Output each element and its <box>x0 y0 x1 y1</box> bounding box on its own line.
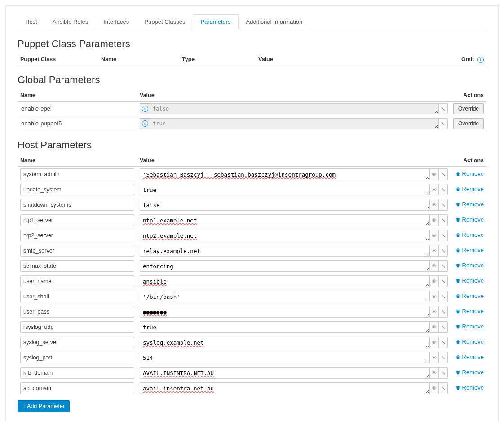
remove-button[interactable]: Remove <box>455 262 484 269</box>
eye-icon[interactable] <box>430 260 439 272</box>
tab-ansible-roles[interactable]: Ansible Roles <box>45 14 96 29</box>
remove-button[interactable]: Remove <box>455 247 484 253</box>
param-value-input[interactable]: ntp2.example.net <box>140 230 430 241</box>
expand-icon[interactable] <box>439 291 448 302</box>
global-param-row: enable-epel i false Override <box>18 101 486 116</box>
info-icon[interactable]: i <box>477 57 484 63</box>
remove-button[interactable]: Remove <box>455 384 484 391</box>
param-name-input[interactable] <box>20 168 134 180</box>
host-param-row: '/bin/bash' Remove <box>18 289 486 304</box>
eye-icon[interactable] <box>430 214 439 226</box>
gp-col-actions: Actions <box>451 89 486 102</box>
expand-icon[interactable] <box>439 306 448 318</box>
expand-icon[interactable] <box>439 103 448 114</box>
host-param-row: avail.insentra.net.au Remove <box>18 381 486 396</box>
eye-icon[interactable] <box>430 352 439 363</box>
remove-button[interactable]: Remove <box>455 369 484 376</box>
host-param-row: false Remove <box>18 197 486 213</box>
info-icon[interactable]: i <box>140 118 150 129</box>
expand-icon[interactable] <box>439 118 448 129</box>
col-omit-label: Omit <box>461 56 474 62</box>
param-value-input[interactable]: ●●●●●●● <box>140 306 430 318</box>
param-value-input[interactable]: ansible <box>140 275 430 287</box>
eye-icon[interactable] <box>430 337 439 348</box>
expand-icon[interactable] <box>439 214 448 226</box>
override-button[interactable]: Override <box>453 103 484 114</box>
param-name-input[interactable] <box>20 260 134 272</box>
param-name-input[interactable] <box>20 382 134 394</box>
expand-icon[interactable] <box>439 230 448 241</box>
param-name-input[interactable] <box>20 275 134 287</box>
tab-additional-information[interactable]: Additional Information <box>239 14 310 29</box>
param-name-input[interactable] <box>20 306 134 318</box>
remove-button[interactable]: Remove <box>455 170 484 177</box>
param-value-input[interactable]: enforcing <box>140 260 430 272</box>
param-name-input[interactable] <box>20 199 134 211</box>
remove-button[interactable]: Remove <box>455 201 484 208</box>
eye-icon[interactable] <box>430 321 439 333</box>
param-value-input[interactable]: AVAIL.INSENTRA.NET.AU <box>140 367 430 379</box>
param-value-input[interactable]: syslog.example.net <box>140 337 430 348</box>
tab-parameters[interactable]: Parameters <box>193 14 238 29</box>
param-value-input[interactable]: relay.example.net <box>140 245 430 257</box>
param-name-input[interactable] <box>20 352 134 363</box>
remove-button[interactable]: Remove <box>455 308 484 315</box>
eye-icon[interactable] <box>430 291 439 302</box>
expand-icon[interactable] <box>439 184 448 195</box>
expand-icon[interactable] <box>439 337 448 348</box>
param-value-input[interactable]: false <box>140 199 430 211</box>
param-name-input[interactable] <box>20 291 134 302</box>
param-value-input[interactable]: true <box>140 321 430 333</box>
col-value: Value <box>256 53 455 66</box>
eye-icon[interactable] <box>430 382 439 394</box>
eye-icon[interactable] <box>430 230 439 241</box>
param-value-input[interactable]: avail.insentra.net.au <box>140 382 430 394</box>
col-puppet-class: Puppet Class <box>18 53 98 66</box>
remove-button[interactable]: Remove <box>455 231 484 238</box>
eye-icon[interactable] <box>430 245 439 257</box>
remove-button[interactable]: Remove <box>455 323 484 330</box>
tab-puppet-classes[interactable]: Puppet Classes <box>137 14 193 29</box>
tab-host[interactable]: Host <box>18 14 45 29</box>
param-name-input[interactable] <box>20 230 134 241</box>
remove-button[interactable]: Remove <box>455 338 484 345</box>
param-name-input[interactable] <box>20 337 134 348</box>
remove-button[interactable]: Remove <box>455 186 484 192</box>
expand-icon[interactable] <box>439 382 448 394</box>
eye-icon[interactable] <box>430 275 439 287</box>
expand-icon[interactable] <box>439 260 448 272</box>
expand-icon[interactable] <box>439 199 448 211</box>
expand-icon[interactable] <box>439 168 448 180</box>
info-icon[interactable]: i <box>140 103 150 114</box>
host-param-row: syslog.example.net Remove <box>18 335 486 350</box>
param-value-input[interactable]: '/bin/bash' <box>140 291 430 302</box>
host-params-heading: Host Parameters <box>18 139 486 151</box>
expand-icon[interactable] <box>439 275 448 287</box>
expand-icon[interactable] <box>439 245 448 257</box>
param-value-input[interactable]: true <box>140 184 430 195</box>
tab-interfaces[interactable]: Interfaces <box>96 14 137 29</box>
host-param-row: true Remove <box>18 182 486 197</box>
param-name-input[interactable] <box>20 245 134 257</box>
param-name-input[interactable] <box>20 184 134 195</box>
add-parameter-button[interactable]: + Add Parameter <box>18 400 70 412</box>
override-button[interactable]: Override <box>453 118 484 129</box>
param-name-input[interactable] <box>20 214 134 226</box>
eye-icon[interactable] <box>430 184 439 195</box>
param-value-input[interactable]: 514 <box>140 352 430 363</box>
expand-icon[interactable] <box>439 352 448 363</box>
expand-icon[interactable] <box>439 367 448 379</box>
eye-icon[interactable] <box>430 306 439 318</box>
remove-button[interactable]: Remove <box>455 354 484 360</box>
remove-button[interactable]: Remove <box>455 292 484 299</box>
eye-icon[interactable] <box>430 199 439 211</box>
eye-icon[interactable] <box>430 367 439 379</box>
expand-icon[interactable] <box>439 321 448 333</box>
param-value-input[interactable]: 'Sebastian Baszcyj - sebastian.baszczyj@… <box>140 168 430 180</box>
remove-button[interactable]: Remove <box>455 216 484 223</box>
param-name-input[interactable] <box>20 321 134 333</box>
param-value-input[interactable]: ntp1.example.net <box>140 214 430 226</box>
eye-icon[interactable] <box>430 168 439 180</box>
param-name-input[interactable] <box>20 367 134 379</box>
remove-button[interactable]: Remove <box>455 277 484 284</box>
